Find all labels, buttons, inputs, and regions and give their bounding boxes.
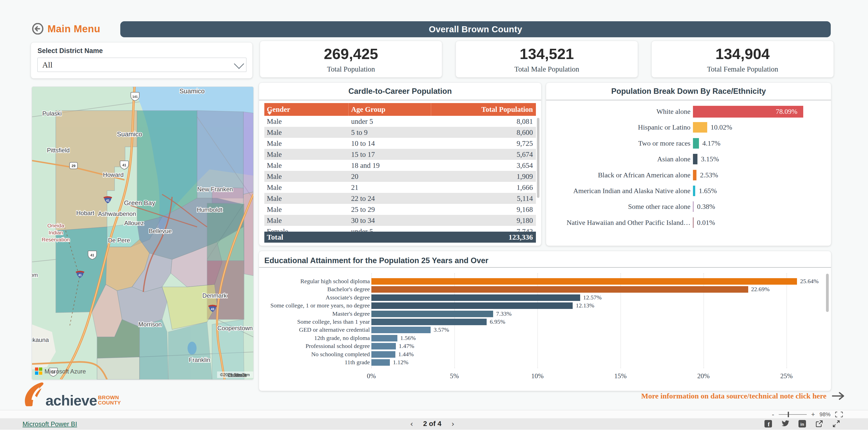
map-label: New Franken — [197, 186, 233, 193]
table-row[interactable]: Male10 to 149,725 — [264, 138, 536, 149]
district-select-dropdown[interactable]: All — [37, 58, 247, 72]
powerbi-bottom-bar: Microsoft Power BI ‹ 2 of 4 › f in — [0, 418, 868, 430]
table-row[interactable]: Male22 to 245,114 — [264, 193, 536, 204]
race-bar[interactable] — [693, 138, 699, 149]
map-label: om — [32, 272, 38, 278]
education-bar[interactable] — [371, 359, 390, 366]
table-cell: 20 — [349, 173, 431, 181]
education-bar[interactable] — [371, 294, 580, 301]
zoom-out-button[interactable]: - — [772, 410, 774, 418]
race-value-label: 1.65% — [699, 187, 717, 195]
next-page-button[interactable]: › — [452, 419, 454, 428]
district-map[interactable]: Suamico Pulaski Suamico Pittsfield Howar… — [32, 87, 254, 380]
page-title: Overall Brown County — [429, 24, 522, 34]
kpi-total-male-population: 134,521 Total Male Population — [456, 41, 638, 77]
education-bar[interactable] — [371, 343, 396, 349]
education-bar-row: GED or alternative credential3.57% — [259, 326, 831, 334]
education-bar[interactable] — [371, 311, 493, 317]
race-bar-row: Asian alone3.15% — [546, 151, 831, 167]
facebook-icon[interactable]: f — [764, 419, 772, 428]
education-chart-scrollbar[interactable] — [826, 274, 829, 312]
more-info-link[interactable]: More information on data source/technica… — [641, 392, 844, 400]
x-axis-tick: 0% — [367, 372, 376, 380]
table-cell: Male — [264, 183, 349, 192]
dashboard-page: Main Menu Overall Brown County Select Di… — [0, 0, 868, 436]
map-label: Suamico — [179, 87, 205, 95]
race-chart-title: Population Break Down By Race/Ethnicity — [546, 87, 831, 96]
education-category-label: Some college, 1 or more years, no degree — [270, 302, 370, 309]
map-label: Suamico — [117, 130, 142, 138]
education-bar[interactable] — [371, 319, 487, 325]
table-total-row: Total 123,336 — [264, 231, 536, 243]
map-feedback-link[interactable]: Feedback — [228, 372, 247, 377]
microsoft-powerbi-link[interactable]: Microsoft Power BI — [23, 420, 77, 428]
map-label: Ashwaubenon — [98, 210, 136, 217]
twitter-icon[interactable] — [781, 419, 789, 428]
svg-text:f: f — [768, 421, 770, 428]
race-bar[interactable] — [693, 154, 698, 164]
race-bar[interactable] — [693, 170, 696, 180]
map-label: Green Bay — [124, 199, 155, 207]
kpi-total-female-population: 134,904 Total Female Population — [651, 41, 834, 77]
education-chart-card: Educational Attainment for the Populatio… — [259, 251, 831, 391]
education-chart-plot: 0%5%10%15%20%25%Regular high school dipl… — [259, 271, 831, 379]
race-bar[interactable] — [693, 217, 693, 228]
district-filter-label: Select District Name — [37, 47, 103, 55]
race-bar[interactable] — [693, 122, 707, 132]
education-value-label: 1.47% — [399, 343, 414, 349]
logo-swoosh-icon — [24, 382, 45, 406]
table-row[interactable]: Male18 and 193,654 — [264, 160, 536, 171]
previous-page-button[interactable]: ‹ — [410, 419, 413, 428]
map-label: De Pere — [108, 237, 130, 244]
table-row[interactable]: Maleunder 58,081 — [264, 116, 536, 127]
race-bar[interactable] — [693, 201, 693, 212]
education-bar-row: Some college, 1 or more years, no degree… — [259, 302, 831, 310]
education-value-label: 7.33% — [496, 310, 512, 317]
table-row[interactable]: Male15 to 175,674 — [264, 149, 536, 160]
education-category-label: 12th grade, no diploma — [314, 335, 370, 341]
main-menu-label: Main Menu — [48, 23, 100, 34]
education-category-label: Bachelor's degree — [327, 286, 370, 293]
share-icon[interactable] — [815, 419, 824, 428]
table-row[interactable]: Male211,666 — [264, 182, 536, 193]
logo-wordmark: achieve — [45, 395, 97, 406]
kpi-value: 269,425 — [324, 45, 378, 63]
education-bar[interactable] — [371, 351, 395, 358]
education-bar[interactable] — [371, 278, 797, 285]
race-bar[interactable] — [693, 186, 695, 196]
table-row[interactable]: Male201,909 — [264, 171, 536, 182]
education-bar[interactable] — [371, 327, 431, 333]
race-bar-row: American Indian and Alaska Native alone1… — [546, 183, 831, 199]
table-header-row[interactable]: Gender Age Group Total Population — [264, 103, 536, 116]
fit-to-page-icon[interactable] — [835, 411, 843, 417]
fullscreen-expand-icon[interactable] — [832, 419, 840, 428]
race-category-label: Some other race alone — [628, 203, 690, 211]
education-category-label: GED or alternative credential — [299, 326, 370, 333]
race-value-label: 4.17% — [703, 139, 720, 147]
education-value-label: 12.13% — [576, 302, 594, 309]
education-bar[interactable] — [371, 303, 573, 309]
zoom-slider[interactable] — [779, 414, 807, 415]
education-bar[interactable] — [371, 335, 397, 341]
zoom-in-button[interactable]: + — [811, 410, 815, 418]
svg-text:41: 41 — [78, 273, 82, 277]
table-cell: 1,909 — [431, 173, 536, 181]
zoom-strip: - + 98% — [0, 410, 868, 419]
main-menu-button[interactable]: Main Menu — [32, 23, 100, 34]
district-select-value: All — [42, 60, 53, 69]
cradle-to-career-table-card: Cardle-to-Career Population Gender Age G… — [259, 83, 541, 246]
table-row[interactable]: Male5 to 98,600 — [264, 127, 536, 138]
education-value-label: 1.12% — [393, 359, 408, 366]
table-row[interactable]: Male30 to 349,180 — [264, 215, 536, 226]
zoom-slider-handle[interactable] — [788, 412, 789, 417]
kpi-value: 134,904 — [715, 45, 770, 63]
education-bar-row: Associate's degree12.57% — [259, 294, 831, 302]
education-bar[interactable] — [371, 286, 748, 293]
table-body: Maleunder 58,081Male5 to 98,600Male10 to… — [264, 116, 536, 236]
linkedin-icon[interactable]: in — [798, 419, 806, 428]
map-label: Pulaski — [42, 110, 62, 117]
map-label: Pittsfield — [47, 147, 70, 154]
education-value-label: 3.57% — [434, 326, 449, 333]
table-scrollbar[interactable] — [537, 118, 539, 198]
table-row[interactable]: Male25 to 299,168 — [264, 204, 536, 215]
